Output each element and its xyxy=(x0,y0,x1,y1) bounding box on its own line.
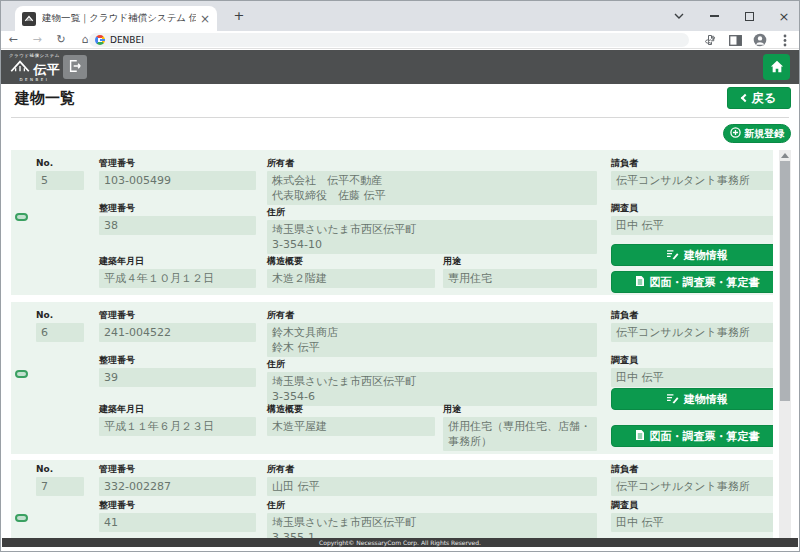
field-no: No. 6 xyxy=(36,310,84,342)
field-contractor: 請負者 伝平コンサルタント事務所 xyxy=(611,158,773,190)
link-icon[interactable] xyxy=(15,514,28,522)
window-controls: × xyxy=(672,1,791,31)
window-maximize-icon[interactable] xyxy=(742,9,756,23)
browser-toolbar: ← → ↻ ⌂ DENBEI xyxy=(1,31,799,49)
field-usage: 用途 専用住宅 xyxy=(443,256,597,288)
app-brand-name: 伝平 xyxy=(33,63,59,77)
field-contractor: 請負者 伝平コンサルタント事務所 xyxy=(611,310,773,342)
field-usage: 用途 併用住宅（専用住宅、店舗・事務所） xyxy=(443,404,597,451)
field-no: No. 7 xyxy=(36,464,84,496)
link-icon[interactable] xyxy=(15,370,28,378)
copyright-text: Copyright© NecessaryCom Corp. All Rights… xyxy=(319,539,481,546)
toolbar-right-icons xyxy=(702,31,793,49)
field-owner: 所有者 山田 伝平 xyxy=(267,464,597,496)
logout-icon xyxy=(68,58,82,77)
list-edit-icon xyxy=(666,393,679,406)
window-minimize-icon[interactable] xyxy=(707,9,721,23)
tab-title: 建物一覧｜クラウド補償システム 伝 xyxy=(42,12,196,25)
field-structure: 構造概要 木造２階建 xyxy=(267,256,435,288)
url-text[interactable]: DENBEI xyxy=(110,35,144,45)
address-bar[interactable]: DENBEI xyxy=(89,33,689,47)
reload-icon[interactable]: ↻ xyxy=(49,33,73,46)
field-kanri-bango: 管理番号 103-005499 xyxy=(99,158,256,190)
back-icon[interactable]: ← xyxy=(1,33,25,46)
browser-menu-dots-icon[interactable] xyxy=(777,32,793,48)
list-edit-icon xyxy=(666,249,679,262)
side-panel-icon[interactable] xyxy=(727,32,743,48)
field-no: No. 5 xyxy=(36,158,84,190)
browser-window: 建物一覧｜クラウド補償システム 伝 × + × ← → ↻ ⌂ DENBEI xyxy=(0,0,800,552)
chevron-left-icon xyxy=(741,94,749,102)
field-seiri-bango: 整理番号 39 xyxy=(99,355,256,387)
title-divider xyxy=(11,117,789,118)
field-investigator: 調査員 田中 伝平 xyxy=(611,203,773,235)
app-home-button[interactable] xyxy=(763,54,790,80)
field-address: 住所 埼玉県さいたま市西区伝平町3-354-10 xyxy=(267,207,597,254)
field-investigator: 調査員 田中 伝平 xyxy=(611,355,773,387)
plus-circle-icon xyxy=(730,127,741,140)
link-icon[interactable] xyxy=(15,213,28,221)
page-title: 建物一覧 xyxy=(15,89,75,108)
field-owner: 所有者 鈴木文具商店鈴木 伝平 xyxy=(267,310,597,357)
field-kanri-bango: 管理番号 241-004522 xyxy=(99,310,256,342)
window-close-icon[interactable]: × xyxy=(777,9,791,23)
google-logo-icon xyxy=(95,35,105,45)
app-logo: クラウド補償システム 伝平 DENBEI xyxy=(9,53,60,82)
field-kanri-bango: 管理番号 332-002287 xyxy=(99,464,256,496)
field-kenchiku-date: 建築年月日 平成１１年６月２３日 xyxy=(99,404,256,436)
tab-strip: 建物一覧｜クラウド補償システム 伝 × + × xyxy=(1,1,799,31)
profile-avatar-icon[interactable] xyxy=(752,32,768,48)
building-row: No. 5 管理番号 103-005499 整理番号 38 建築年月日 平成４年… xyxy=(11,150,773,295)
document-icon xyxy=(635,275,645,289)
main-content: 建物一覧 戻る 新規登録 No. 5 管理番号 103-005499 整理番号 xyxy=(1,84,799,539)
forward-icon[interactable]: → xyxy=(25,33,49,46)
field-address: 住所 埼玉県さいたま市西区伝平町3-354-6 xyxy=(267,359,597,406)
scroll-up-arrow-icon[interactable] xyxy=(781,153,789,158)
field-address: 住所 埼玉県さいたま市西区伝平町3-355-1 xyxy=(267,500,597,538)
site-favicon-icon xyxy=(22,12,36,26)
window-menu-icon[interactable] xyxy=(672,9,686,23)
documents-button[interactable]: 図面・調査票・算定書 xyxy=(611,271,773,293)
new-registration-button[interactable]: 新規登録 xyxy=(723,124,791,143)
building-row: No. 6 管理番号 241-004522 整理番号 39 建築年月日 平成１１… xyxy=(11,302,773,454)
browser-tab[interactable]: 建物一覧｜クラウド補償システム 伝 × xyxy=(15,6,217,31)
field-seiri-bango: 整理番号 38 xyxy=(99,203,256,235)
field-structure: 構造概要 木造平屋建 xyxy=(267,404,435,436)
field-investigator: 調査員 田中 伝平 xyxy=(611,500,773,532)
building-info-button[interactable]: 建物情報 xyxy=(611,244,773,266)
scrollbar-thumb[interactable] xyxy=(780,161,790,401)
back-button[interactable]: 戻る xyxy=(727,87,791,109)
content-scrollbar[interactable] xyxy=(779,150,791,538)
tab-close-icon[interactable]: × xyxy=(200,13,210,25)
home-icon xyxy=(770,58,784,77)
app-brand-sub: DENBEI xyxy=(19,77,49,82)
copyright-footer: Copyright© NecessaryCom Corp. All Rights… xyxy=(2,538,798,547)
app-header: クラウド補償システム 伝平 DENBEI xyxy=(1,50,799,84)
field-seiri-bango: 整理番号 41 xyxy=(99,500,256,532)
field-kenchiku-date: 建築年月日 平成４年１０月１２日 xyxy=(99,256,256,288)
field-owner: 所有者 株式会社 伝平不動産代表取締役 佐藤 伝平 xyxy=(267,158,597,205)
roof-logo-icon xyxy=(9,58,31,77)
logout-button[interactable] xyxy=(63,55,87,79)
extensions-puzzle-icon[interactable] xyxy=(702,32,718,48)
document-icon xyxy=(635,429,645,443)
field-contractor: 請負者 伝平コンサルタント事務所 xyxy=(611,464,773,496)
building-info-button[interactable]: 建物情報 xyxy=(611,388,773,410)
documents-button[interactable]: 図面・調査票・算定書 xyxy=(611,425,773,447)
building-row: No. 7 管理番号 332-002287 整理番号 41 所有者 山田 伝平 … xyxy=(11,460,773,538)
new-tab-button[interactable]: + xyxy=(231,8,247,23)
